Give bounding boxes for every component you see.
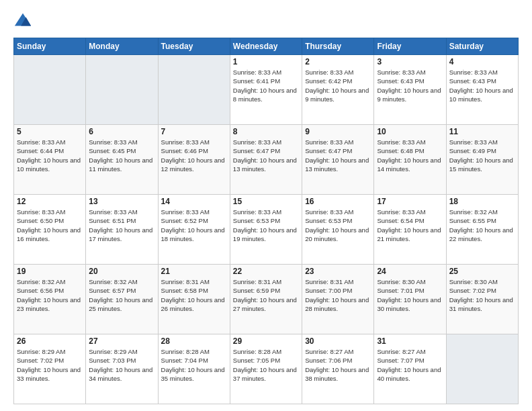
day-info: Sunrise: 8:28 AM Sunset: 7:04 PM Dayligh… [161, 347, 227, 383]
day-info: Sunrise: 8:33 AM Sunset: 6:54 PM Dayligh… [377, 208, 443, 243]
day-info: Sunrise: 8:30 AM Sunset: 7:02 PM Dayligh… [449, 277, 515, 313]
day-number: 6 [89, 127, 154, 136]
day-info: Sunrise: 8:33 AM Sunset: 6:45 PM Dayligh… [89, 138, 154, 173]
day-info: Sunrise: 8:28 AM Sunset: 7:05 PM Dayligh… [233, 347, 299, 383]
calendar-cell: 10Sunrise: 8:33 AM Sunset: 6:48 PM Dayli… [374, 125, 446, 195]
day-number: 15 [233, 197, 299, 206]
calendar-cell: 28Sunrise: 8:28 AM Sunset: 7:04 PM Dayli… [158, 334, 230, 404]
day-info: Sunrise: 8:33 AM Sunset: 6:42 PM Dayligh… [305, 68, 371, 103]
day-number: 17 [377, 197, 443, 206]
day-number: 26 [17, 336, 83, 346]
day-number: 22 [233, 267, 299, 276]
logo-icon [13, 12, 32, 31]
day-number: 18 [449, 197, 515, 206]
calendar-week-row: 12Sunrise: 8:33 AM Sunset: 6:50 PM Dayli… [14, 195, 519, 265]
calendar-cell: 31Sunrise: 8:27 AM Sunset: 7:07 PM Dayli… [374, 334, 446, 404]
calendar-cell: 25Sunrise: 8:30 AM Sunset: 7:02 PM Dayli… [446, 265, 518, 334]
calendar-cell: 16Sunrise: 8:33 AM Sunset: 6:53 PM Dayli… [302, 195, 374, 265]
day-number: 19 [17, 267, 83, 276]
day-info: Sunrise: 8:33 AM Sunset: 6:51 PM Dayligh… [89, 208, 154, 243]
day-info: Sunrise: 8:33 AM Sunset: 6:53 PM Dayligh… [305, 208, 371, 243]
calendar-cell: 5Sunrise: 8:33 AM Sunset: 6:44 PM Daylig… [14, 125, 86, 195]
day-number: 12 [17, 197, 83, 206]
day-number: 10 [377, 127, 443, 136]
day-info: Sunrise: 8:33 AM Sunset: 6:43 PM Dayligh… [449, 68, 515, 103]
day-info: Sunrise: 8:31 AM Sunset: 6:59 PM Dayligh… [233, 277, 299, 313]
day-number: 4 [449, 57, 515, 66]
calendar-cell: 11Sunrise: 8:33 AM Sunset: 6:49 PM Dayli… [446, 125, 518, 195]
calendar-cell [14, 55, 86, 125]
day-number: 7 [161, 127, 227, 136]
calendar-cell: 24Sunrise: 8:30 AM Sunset: 7:01 PM Dayli… [374, 265, 446, 334]
day-number: 3 [377, 57, 443, 66]
day-info: Sunrise: 8:29 AM Sunset: 7:02 PM Dayligh… [17, 347, 83, 383]
day-info: Sunrise: 8:32 AM Sunset: 6:57 PM Dayligh… [89, 277, 154, 313]
calendar-cell: 7Sunrise: 8:33 AM Sunset: 6:46 PM Daylig… [158, 125, 230, 195]
weekday-header-cell: Friday [374, 38, 446, 55]
day-info: Sunrise: 8:33 AM Sunset: 6:46 PM Dayligh… [161, 138, 227, 173]
calendar-week-row: 5Sunrise: 8:33 AM Sunset: 6:44 PM Daylig… [14, 125, 519, 195]
day-info: Sunrise: 8:33 AM Sunset: 6:44 PM Dayligh… [17, 138, 83, 173]
day-number: 23 [305, 267, 371, 276]
calendar-cell: 12Sunrise: 8:33 AM Sunset: 6:50 PM Dayli… [14, 195, 86, 265]
calendar-cell [158, 55, 230, 125]
day-info: Sunrise: 8:32 AM Sunset: 6:55 PM Dayligh… [449, 208, 515, 243]
day-info: Sunrise: 8:32 AM Sunset: 6:56 PM Dayligh… [17, 277, 83, 313]
day-number: 13 [89, 197, 154, 206]
day-number: 1 [233, 57, 299, 66]
day-info: Sunrise: 8:29 AM Sunset: 7:03 PM Dayligh… [89, 347, 154, 383]
day-info: Sunrise: 8:33 AM Sunset: 6:49 PM Dayligh… [449, 138, 515, 173]
day-number: 14 [161, 197, 227, 206]
calendar-cell: 13Sunrise: 8:33 AM Sunset: 6:51 PM Dayli… [86, 195, 158, 265]
day-number: 28 [161, 336, 227, 346]
header [13, 12, 519, 31]
day-number: 27 [89, 336, 154, 346]
calendar-week-row: 19Sunrise: 8:32 AM Sunset: 6:56 PM Dayli… [14, 265, 519, 334]
calendar-cell: 26Sunrise: 8:29 AM Sunset: 7:02 PM Dayli… [14, 334, 86, 404]
day-info: Sunrise: 8:33 AM Sunset: 6:47 PM Dayligh… [233, 138, 299, 173]
day-info: Sunrise: 8:30 AM Sunset: 7:01 PM Dayligh… [377, 277, 443, 313]
day-number: 30 [305, 336, 371, 346]
calendar-cell: 4Sunrise: 8:33 AM Sunset: 6:43 PM Daylig… [446, 55, 518, 125]
weekday-header-cell: Monday [86, 38, 158, 55]
day-info: Sunrise: 8:33 AM Sunset: 6:47 PM Dayligh… [305, 138, 371, 173]
weekday-header-cell: Sunday [14, 38, 86, 55]
calendar-cell: 22Sunrise: 8:31 AM Sunset: 6:59 PM Dayli… [230, 265, 302, 334]
weekday-header-cell: Wednesday [230, 38, 302, 55]
calendar-cell: 14Sunrise: 8:33 AM Sunset: 6:52 PM Dayli… [158, 195, 230, 265]
calendar-cell: 30Sunrise: 8:27 AM Sunset: 7:06 PM Dayli… [302, 334, 374, 404]
calendar-cell [446, 334, 518, 404]
calendar-cell: 29Sunrise: 8:28 AM Sunset: 7:05 PM Dayli… [230, 334, 302, 404]
day-number: 9 [305, 127, 371, 136]
day-number: 31 [377, 336, 443, 346]
day-info: Sunrise: 8:27 AM Sunset: 7:06 PM Dayligh… [305, 347, 371, 383]
day-number: 24 [377, 267, 443, 276]
calendar-cell: 23Sunrise: 8:31 AM Sunset: 7:00 PM Dayli… [302, 265, 374, 334]
day-info: Sunrise: 8:33 AM Sunset: 6:48 PM Dayligh… [377, 138, 443, 173]
day-number: 16 [305, 197, 371, 206]
calendar-cell: 8Sunrise: 8:33 AM Sunset: 6:47 PM Daylig… [230, 125, 302, 195]
calendar-cell: 15Sunrise: 8:33 AM Sunset: 6:53 PM Dayli… [230, 195, 302, 265]
day-number: 5 [17, 127, 83, 136]
day-number: 29 [233, 336, 299, 346]
day-info: Sunrise: 8:33 AM Sunset: 6:41 PM Dayligh… [233, 68, 299, 103]
weekday-header-cell: Thursday [302, 38, 374, 55]
day-number: 20 [89, 267, 154, 276]
calendar-cell: 2Sunrise: 8:33 AM Sunset: 6:42 PM Daylig… [302, 55, 374, 125]
day-number: 21 [161, 267, 227, 276]
calendar-cell: 27Sunrise: 8:29 AM Sunset: 7:03 PM Dayli… [86, 334, 158, 404]
calendar-table: SundayMondayTuesdayWednesdayThursdayFrid… [13, 38, 519, 404]
calendar-cell: 20Sunrise: 8:32 AM Sunset: 6:57 PM Dayli… [86, 265, 158, 334]
day-info: Sunrise: 8:33 AM Sunset: 6:50 PM Dayligh… [17, 208, 83, 243]
calendar-cell: 17Sunrise: 8:33 AM Sunset: 6:54 PM Dayli… [374, 195, 446, 265]
calendar-cell: 3Sunrise: 8:33 AM Sunset: 6:43 PM Daylig… [374, 55, 446, 125]
calendar-week-row: 26Sunrise: 8:29 AM Sunset: 7:02 PM Dayli… [14, 334, 519, 404]
calendar-cell: 1Sunrise: 8:33 AM Sunset: 6:41 PM Daylig… [230, 55, 302, 125]
weekday-header-cell: Tuesday [158, 38, 230, 55]
day-info: Sunrise: 8:31 AM Sunset: 7:00 PM Dayligh… [305, 277, 371, 313]
calendar-cell: 21Sunrise: 8:31 AM Sunset: 6:58 PM Dayli… [158, 265, 230, 334]
weekday-header-row: SundayMondayTuesdayWednesdayThursdayFrid… [14, 38, 519, 55]
calendar-cell [86, 55, 158, 125]
logo [13, 12, 35, 31]
calendar-week-row: 1Sunrise: 8:33 AM Sunset: 6:41 PM Daylig… [14, 55, 519, 125]
